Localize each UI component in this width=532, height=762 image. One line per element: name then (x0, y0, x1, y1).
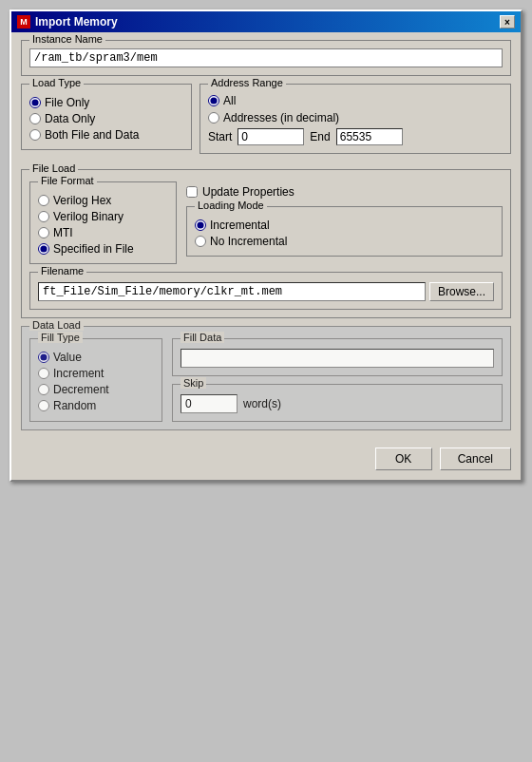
fill-random-radio[interactable] (38, 400, 49, 411)
format-verilog-hex-label: Verilog Hex (53, 194, 111, 207)
loading-mode-radios: Incremental No Incremental (195, 219, 494, 248)
file-load-right: Update Properties Loading Mode Increment… (186, 181, 503, 264)
title-bar: M Import Memory × (11, 11, 521, 32)
fill-data-input[interactable] (180, 349, 494, 368)
cancel-button[interactable]: Cancel (440, 448, 511, 470)
address-range-inputs: Start End (208, 128, 503, 145)
address-decimal-radio[interactable] (208, 112, 219, 124)
load-type-group: Load Type File Only Data Only Both Fi (21, 84, 192, 150)
address-decimal-label: Addresses (in decimal) (223, 111, 339, 124)
data-load-inner: Fill Type Value Increment Decrement (29, 338, 503, 422)
fill-decrement-label: Decrement (53, 383, 109, 396)
fill-type-radios: Value Increment Decrement Random (38, 351, 154, 412)
address-decimal[interactable]: Addresses (in decimal) (208, 111, 503, 124)
fill-decrement[interactable]: Decrement (38, 383, 154, 396)
mode-no-incremental-label: No Incremental (210, 235, 287, 248)
fill-increment-radio[interactable] (38, 368, 49, 379)
address-range-legend: Address Range (208, 77, 286, 88)
load-type-section: Load Type File Only Data Only Both Fi (21, 84, 192, 162)
fill-data-section: Fill Data Skip word(s) (172, 338, 503, 422)
load-type-data-only-radio[interactable] (29, 113, 41, 124)
fill-type-legend: Fill Type (38, 332, 83, 343)
address-range-section: Address Range All Addresses (in decimal)… (200, 84, 511, 162)
format-verilog-hex-radio[interactable] (38, 195, 49, 206)
format-mti-radio[interactable] (38, 227, 49, 238)
mode-incremental-label: Incremental (210, 219, 270, 232)
fill-value-label: Value (53, 351, 82, 364)
skip-input[interactable] (180, 394, 238, 413)
fill-increment-label: Increment (53, 367, 104, 380)
format-verilog-binary-radio[interactable] (38, 211, 49, 222)
address-all[interactable]: All (208, 94, 503, 107)
format-mti-label: MTI (53, 226, 73, 239)
instance-name-input[interactable] (29, 48, 503, 67)
mode-no-incremental[interactable]: No Incremental (195, 235, 494, 248)
browse-button[interactable]: Browse... (429, 282, 494, 301)
load-type-file-only-label: File Only (45, 96, 89, 109)
fill-value[interactable]: Value (38, 351, 154, 364)
update-properties-row[interactable]: Update Properties (186, 185, 503, 199)
filename-row: Browse... (38, 282, 494, 301)
filename-legend: Filename (38, 265, 86, 276)
format-verilog-binary-label: Verilog Binary (53, 210, 124, 223)
address-all-label: All (223, 94, 236, 107)
file-format-legend: File Format (38, 175, 97, 186)
fill-random-label: Random (53, 399, 96, 412)
start-input[interactable] (238, 128, 304, 145)
update-properties-label: Update Properties (202, 185, 294, 199)
fill-data-legend: Fill Data (180, 332, 224, 343)
filename-group: Filename Browse... (29, 272, 503, 310)
app-icon: M (17, 15, 30, 29)
file-load-inner: File Format Verilog Hex Verilog Binary (29, 181, 503, 264)
fill-value-radio[interactable] (38, 352, 49, 363)
address-all-radio[interactable] (208, 95, 219, 106)
mode-no-incremental-radio[interactable] (195, 236, 206, 247)
load-address-row: Load Type File Only Data Only Both Fi (21, 84, 511, 162)
mode-incremental-radio[interactable] (195, 219, 206, 231)
loading-mode-legend: Loading Mode (195, 200, 267, 211)
dialog-title: Import Memory (35, 15, 118, 29)
data-load-legend: Data Load (29, 319, 84, 331)
close-button[interactable]: × (500, 15, 515, 29)
mode-incremental[interactable]: Incremental (195, 219, 494, 232)
format-mti[interactable]: MTI (38, 226, 168, 239)
end-input[interactable] (336, 128, 403, 145)
skip-row: word(s) (180, 394, 494, 413)
load-type-both-radio[interactable] (29, 129, 41, 141)
loading-mode-group: Loading Mode Incremental No Incremental (186, 206, 503, 257)
fill-random[interactable]: Random (38, 399, 154, 412)
file-format-group: File Format Verilog Hex Verilog Binary (29, 181, 177, 264)
format-verilog-binary[interactable]: Verilog Binary (38, 210, 168, 223)
ok-button[interactable]: OK (375, 448, 432, 470)
address-range-group: Address Range All Addresses (in decimal)… (200, 84, 511, 154)
fill-decrement-radio[interactable] (38, 384, 49, 395)
load-type-legend: Load Type (29, 77, 84, 88)
end-label: End (310, 130, 330, 143)
load-type-file-only[interactable]: File Only (29, 96, 183, 109)
file-load-section: File Load File Format Verilog Hex Verilo… (21, 169, 511, 318)
load-type-both[interactable]: Both File and Data (29, 128, 183, 142)
bottom-buttons: OK Cancel (11, 440, 521, 480)
load-type-data-only[interactable]: Data Only (29, 112, 183, 125)
fill-increment[interactable]: Increment (38, 367, 154, 380)
skip-legend: Skip (180, 377, 206, 389)
update-properties-checkbox[interactable] (186, 186, 198, 198)
load-type-radios: File Only Data Only Both File and Data (29, 96, 183, 142)
import-memory-dialog: M Import Memory × Instance Name Load Typ… (10, 10, 522, 482)
file-format-radios: Verilog Hex Verilog Binary MTI Spec (38, 194, 168, 256)
data-load-section: Data Load Fill Type Value Increment (21, 326, 511, 430)
address-range-radios: All Addresses (in decimal) Start End (208, 94, 503, 145)
fill-type-group: Fill Type Value Increment Decrement (29, 338, 162, 422)
load-type-both-label: Both File and Data (45, 128, 139, 142)
format-specified-radio[interactable] (38, 243, 49, 255)
load-type-data-only-label: Data Only (45, 112, 95, 125)
format-specified[interactable]: Specified in File (38, 242, 168, 256)
start-label: Start (208, 130, 232, 143)
fill-data-group: Fill Data (172, 338, 503, 376)
filename-input[interactable] (38, 282, 426, 301)
title-bar-left: M Import Memory (17, 15, 118, 29)
instance-name-group: Instance Name (21, 40, 511, 76)
load-type-file-only-radio[interactable] (29, 97, 41, 108)
file-load-legend: File Load (29, 162, 78, 174)
format-verilog-hex[interactable]: Verilog Hex (38, 194, 168, 207)
